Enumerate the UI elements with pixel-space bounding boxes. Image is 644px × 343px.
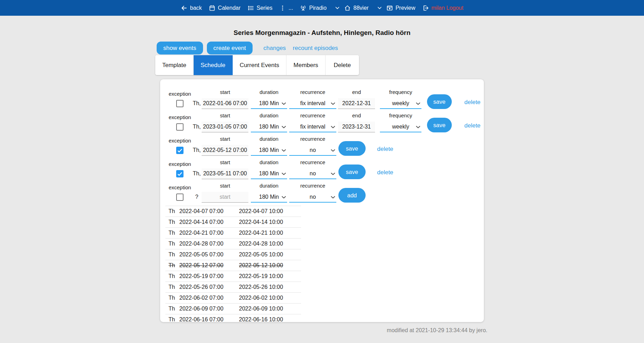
exception-label: exception: [169, 184, 191, 190]
events-table: Th2022-04-07 07:002022-04-07 10:00Th2022…: [165, 206, 301, 322]
nav-piradio[interactable]: Piradio: [300, 5, 327, 12]
end-label: end: [338, 112, 375, 118]
save-button[interactable]: save: [338, 165, 366, 179]
nav-logout[interactable]: milan Logout: [422, 5, 464, 12]
changes-link[interactable]: changes: [263, 45, 286, 52]
event-day: Th: [165, 284, 179, 290]
duration-select[interactable]: 180 Min: [251, 98, 287, 109]
event-row: Th2022-04-07 07:002022-04-07 10:00: [165, 206, 301, 217]
nav-preview[interactable]: Preview: [386, 5, 415, 12]
save-button[interactable]: save: [427, 94, 452, 109]
exception-checkbox[interactable]: [176, 170, 184, 177]
event-start: 2022-05-12 07:00: [179, 262, 239, 269]
recurrence-select[interactable]: fix interval: [289, 122, 336, 132]
duration-value: 180 Min: [259, 170, 279, 177]
nav-station[interactable]: 88vier: [344, 5, 369, 12]
create-event-button[interactable]: create event: [207, 42, 253, 54]
duration-select[interactable]: 180 Min: [251, 168, 287, 179]
nav-preview-label: Preview: [396, 5, 415, 11]
recurrence-select[interactable]: no: [289, 192, 336, 203]
end-input[interactable]: [338, 98, 375, 109]
event-end: 2022-05-12 10:00: [239, 262, 301, 269]
exception-checkbox[interactable]: [176, 100, 184, 107]
frequency-label: frequency: [380, 112, 421, 118]
nav-series[interactable]: Series: [247, 5, 272, 12]
tab-current-events[interactable]: Current Events: [233, 55, 286, 75]
duration-label: duration: [251, 159, 287, 165]
chevron-down-icon: [282, 126, 286, 129]
delete-link[interactable]: delete: [464, 99, 480, 106]
schedule-row: exceptionTh,startduration180 Minrecurren…: [160, 86, 484, 109]
day-label: Th,: [193, 100, 201, 107]
schedule-row: exception?startduration180 Minrecurrence…: [160, 179, 484, 203]
recurrence-label: recurrence: [289, 159, 336, 165]
start-input[interactable]: [202, 168, 248, 179]
duration-select[interactable]: 180 Min: [251, 122, 287, 132]
save-button[interactable]: save: [338, 141, 366, 156]
event-start: 2022-04-28 07:00: [179, 241, 239, 247]
tab-bar: TemplateScheduleCurrent EventsMembersDel…: [155, 55, 359, 75]
check-icon: [177, 172, 182, 176]
nav-series-label: Series: [257, 5, 272, 11]
delete-link[interactable]: delete: [377, 169, 393, 176]
schedule-row: exceptionTh,startduration180 Minrecurren…: [160, 156, 484, 179]
recurrence-label: recurrence: [289, 183, 336, 189]
recurrence-select[interactable]: no: [289, 168, 336, 179]
calendar-icon: [209, 5, 216, 12]
duration-select[interactable]: 180 Min: [251, 192, 287, 203]
event-row: Th2022-05-12 07:002022-05-12 10:00: [165, 260, 301, 271]
tab-schedule[interactable]: Schedule: [194, 55, 233, 75]
day-label: Th,: [193, 170, 201, 177]
event-row: Th2022-04-28 07:002022-04-28 10:00: [165, 238, 301, 249]
day-label: Th,: [193, 147, 201, 153]
delete-link[interactable]: delete: [464, 122, 480, 129]
event-end: 2022-06-02 10:00: [239, 295, 301, 301]
chevron-down-icon: [282, 173, 286, 175]
recurrence-select[interactable]: fix interval: [289, 98, 336, 109]
save-button[interactable]: save: [427, 118, 452, 132]
tab-template[interactable]: Template: [155, 55, 194, 75]
exception-label: exception: [169, 138, 191, 144]
start-input[interactable]: [202, 122, 248, 132]
frequency-select[interactable]: weekly: [380, 122, 421, 132]
duration-label: duration: [251, 89, 287, 95]
start-input[interactable]: [202, 98, 248, 109]
recurrence-value: no: [310, 170, 316, 177]
exception-checkbox[interactable]: [176, 194, 184, 201]
start-input[interactable]: [202, 192, 248, 203]
start-input[interactable]: [202, 145, 248, 156]
frequency-select[interactable]: weekly: [380, 98, 421, 109]
nav-station-label: 88vier: [353, 5, 369, 11]
event-end: 2022-05-05 10:00: [239, 251, 301, 258]
nav-back[interactable]: back: [181, 5, 202, 12]
chevron-down-icon: [416, 126, 420, 129]
event-end: 2022-05-26 10:00: [239, 284, 301, 290]
nav-more[interactable]: ...: [279, 5, 293, 12]
duration-value: 180 Min: [259, 100, 279, 107]
chevron-down-icon: [331, 149, 335, 152]
duration-select[interactable]: 180 Min: [251, 145, 287, 156]
kebab-menu-icon: [279, 5, 286, 12]
preview-icon: [386, 5, 393, 12]
add-button[interactable]: add: [338, 188, 366, 203]
exception-checkbox[interactable]: [176, 147, 184, 154]
arrow-left-icon: [181, 5, 188, 12]
day-label: Th,: [193, 124, 201, 130]
series-actions: show events create event changes recount…: [157, 42, 484, 54]
tab-delete[interactable]: Delete: [325, 55, 359, 75]
end-input[interactable]: [338, 122, 375, 132]
duration-label: duration: [251, 136, 287, 142]
event-row: Th2022-05-19 07:002022-05-19 10:00: [165, 271, 301, 282]
nav-calendar[interactable]: Calendar: [209, 5, 241, 12]
station-dropdown-chevron[interactable]: [377, 7, 382, 9]
chevron-down-icon: [377, 7, 382, 9]
recount-episodes-link[interactable]: recount episodes: [293, 45, 338, 52]
recurrence-select[interactable]: no: [289, 145, 336, 156]
piradio-dropdown-chevron[interactable]: [335, 7, 339, 9]
delete-link[interactable]: delete: [377, 146, 393, 153]
tab-members[interactable]: Members: [286, 55, 325, 75]
start-label: start: [202, 159, 248, 165]
start-label: start: [202, 89, 248, 95]
exception-checkbox[interactable]: [176, 123, 184, 131]
show-events-button[interactable]: show events: [157, 42, 203, 54]
